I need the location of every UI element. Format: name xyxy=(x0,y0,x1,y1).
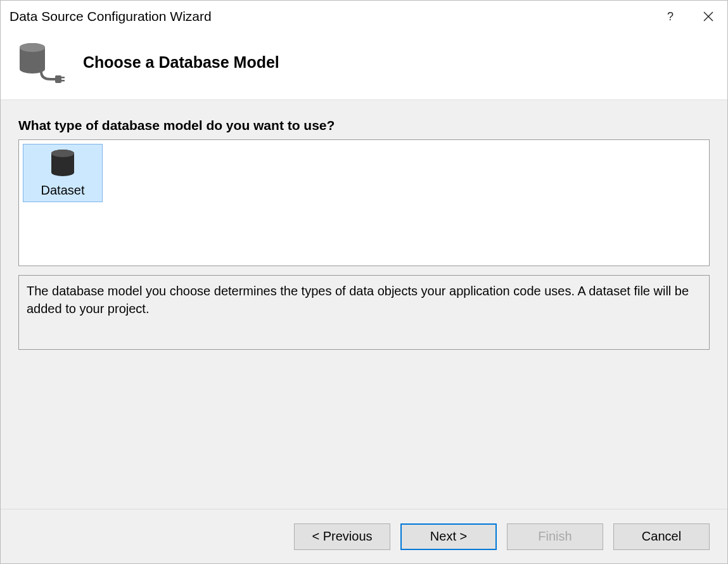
close-icon xyxy=(703,11,713,22)
database-plug-icon xyxy=(16,41,65,83)
close-button[interactable] xyxy=(689,1,727,32)
help-button[interactable]: ? xyxy=(651,1,689,32)
svg-point-12 xyxy=(51,150,74,157)
question-label: What type of database model do you want … xyxy=(18,118,710,133)
description-text: The database model you choose determines… xyxy=(27,284,689,316)
svg-rect-8 xyxy=(61,80,65,82)
window-title: Data Source Configuration Wizard xyxy=(10,9,212,24)
database-icon xyxy=(49,148,77,181)
option-dataset-label: Dataset xyxy=(41,183,85,198)
step-title: Choose a Database Model xyxy=(83,53,279,72)
svg-point-5 xyxy=(20,43,45,52)
finish-button[interactable]: Finish xyxy=(507,523,603,550)
help-icon: ? xyxy=(667,10,674,23)
svg-rect-6 xyxy=(55,75,61,83)
description-box: The database model you choose determines… xyxy=(18,275,710,350)
svg-point-11 xyxy=(51,169,74,176)
window-controls: ? xyxy=(651,1,727,32)
wizard-body: What type of database model do you want … xyxy=(1,100,727,509)
wizard-footer: < Previous Next > Finish Cancel xyxy=(1,509,727,563)
wizard-header: Choose a Database Model xyxy=(1,32,727,100)
model-option-list[interactable]: Dataset xyxy=(18,139,710,266)
cancel-button[interactable]: Cancel xyxy=(613,523,710,550)
wizard-window: Data Source Configuration Wizard ? xyxy=(0,0,728,564)
option-dataset[interactable]: Dataset xyxy=(23,144,103,202)
next-button[interactable]: Next > xyxy=(400,523,497,550)
svg-rect-7 xyxy=(61,77,65,79)
previous-button[interactable]: < Previous xyxy=(294,523,390,550)
titlebar: Data Source Configuration Wizard ? xyxy=(1,1,727,32)
